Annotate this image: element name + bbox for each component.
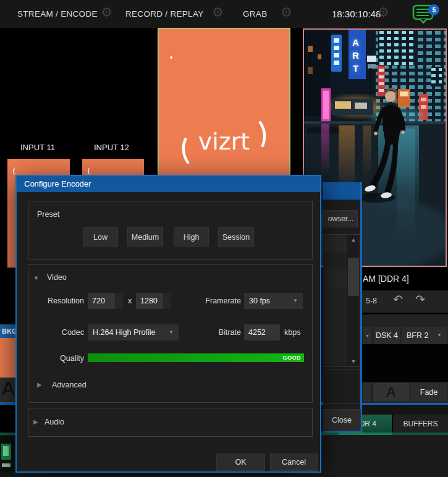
- quality-label: Quality: [30, 354, 84, 363]
- framerate-value: 30 fps: [249, 297, 270, 305]
- bfr2-dropdown[interactable]: BFR 2 ▼: [402, 327, 447, 344]
- art-neon-sign-text: ART: [351, 36, 360, 75]
- stream-source-label: AM [DDR 4]: [363, 274, 409, 284]
- chevron-down-icon: ▼: [365, 334, 370, 338]
- background-window: owser... ▲ ▼ Close: [323, 182, 362, 433]
- connection-list: ▲ ▼: [323, 234, 360, 367]
- preset-low-label: Low: [93, 233, 108, 242]
- dsk4-button[interactable]: DSK 4: [374, 327, 400, 344]
- configure-encoder-dialog: Configure Encoder Preset Low Medium High…: [15, 175, 321, 473]
- background-window-right-border: [360, 182, 362, 433]
- framerate-dropdown[interactable]: 30 fps ▼: [244, 293, 303, 309]
- delegate-label: 5-8: [366, 297, 377, 305]
- scroll-up-icon[interactable]: ▲: [347, 235, 360, 244]
- advanced-header[interactable]: Advanced: [52, 381, 87, 389]
- dsk4-label: DSK 4: [376, 331, 398, 340]
- bitrate-unit: kbps: [284, 328, 300, 337]
- media-thumbnail-fragment[interactable]: [0, 436, 15, 477]
- scrollbar[interactable]: ▲ ▼: [347, 235, 360, 366]
- advanced-collapse-icon[interactable]: ▶: [37, 382, 42, 388]
- spacer: [362, 405, 448, 415]
- fade-button[interactable]: Fade: [410, 383, 447, 402]
- bitrate-input[interactable]: 4252: [244, 324, 280, 340]
- fade-label: Fade: [420, 388, 438, 397]
- scrollbar-thumb[interactable]: [348, 258, 359, 296]
- resolution-height-stepper[interactable]: [163, 293, 171, 309]
- stream-label-bar: AM [DDR 4]: [362, 267, 448, 290]
- preset-group: Preset Low Medium High Session: [28, 201, 313, 260]
- scroll-down-icon[interactable]: ▼: [347, 357, 360, 366]
- audio-header[interactable]: Audio: [44, 418, 64, 426]
- app-root: { "topbar": { "tabs": [ {"label": "STREA…: [0, 0, 448, 477]
- transition-row: A Fade: [362, 382, 448, 403]
- list-item[interactable]: [324, 269, 347, 287]
- codec-dropdown[interactable]: H.264 High Profile ▼: [88, 324, 179, 340]
- vizrt-logo-text: vizrt: [179, 128, 269, 155]
- bitrate-label: Bitrate: [192, 328, 241, 337]
- quality-status: GOOD: [282, 355, 304, 361]
- vizrt-logo: vizrt: [179, 119, 269, 166]
- dialog-title: Configure Encoder: [24, 176, 91, 192]
- video-collapse-icon[interactable]: ▼: [33, 276, 39, 281]
- preset-label: Preset: [37, 210, 59, 219]
- vizrt-logo-mark: [13, 167, 18, 175]
- preset-session-label: Session: [222, 233, 250, 242]
- transition-a-letter: A: [1, 378, 15, 400]
- transition-ab-button[interactable]: A: [373, 383, 409, 402]
- resolution-height-input[interactable]: 1280: [136, 293, 163, 309]
- chevron-down-icon: ▼: [437, 333, 442, 338]
- audio-collapse-icon[interactable]: ▶: [33, 419, 38, 425]
- preview-monitor-vizrt[interactable]: vizrt: [158, 28, 290, 176]
- ok-button[interactable]: OK: [216, 454, 265, 471]
- codec-label: Codec: [30, 328, 84, 337]
- undo-icon[interactable]: ↶: [393, 293, 403, 305]
- close-button-label: Close: [332, 416, 352, 424]
- list-item[interactable]: [324, 253, 347, 269]
- preset-session-button[interactable]: Session: [218, 227, 254, 247]
- menu-stream-encode[interactable]: STREAM / ENCODE: [17, 9, 98, 19]
- menu-record-replay[interactable]: RECORD / REPLAY: [125, 9, 204, 19]
- preset-medium-label: Medium: [132, 233, 159, 242]
- close-button[interactable]: Close: [323, 409, 361, 431]
- clipped-button-fragment[interactable]: [363, 383, 371, 402]
- list-item[interactable]: [324, 235, 347, 253]
- empty-box: [323, 369, 360, 403]
- resolution-width-stepper[interactable]: [115, 293, 123, 309]
- preset-medium-button[interactable]: Medium: [127, 227, 163, 247]
- resolution-label: Resolution: [30, 297, 84, 305]
- resolution-separator: x: [128, 297, 132, 305]
- background-window-titlebar: [323, 182, 362, 200]
- clipped-dropdown-fragment[interactable]: ▼: [363, 327, 371, 344]
- bkg-row[interactable]: BKG: [0, 324, 15, 338]
- clock-settings-gear-icon[interactable]: ⚙: [378, 6, 389, 19]
- record-settings-gear-icon[interactable]: ⚙: [212, 6, 224, 19]
- dsk-row: ▼ DSK 4 BFR 2 ▼: [362, 314, 448, 344]
- top-menu-bar: STREAM / ENCODE ⚙ RECORD / REPLAY ⚙ GRAB…: [0, 0, 448, 28]
- bkg-thumbnail-fragment[interactable]: [0, 338, 15, 378]
- preset-low-button[interactable]: Low: [83, 227, 118, 247]
- input-12-label: INPUT 12: [94, 143, 129, 152]
- bfr2-label: BFR 2: [407, 331, 428, 340]
- preset-high-label: High: [184, 233, 200, 242]
- grab-settings-gear-icon[interactable]: ⚙: [281, 6, 292, 19]
- menu-grab[interactable]: GRAB: [243, 9, 267, 19]
- browser-button-clipped[interactable]: owser...: [323, 210, 358, 227]
- notification-badge-count: 5: [429, 6, 439, 14]
- preview-mini-monitor[interactable]: [362, 344, 448, 382]
- bkg-label: BKG: [0, 327, 17, 335]
- redo-icon[interactable]: ↷: [415, 293, 425, 305]
- video-header[interactable]: Video: [47, 273, 67, 282]
- preset-high-button[interactable]: High: [174, 227, 209, 247]
- dialog-titlebar[interactable]: Configure Encoder: [17, 176, 320, 192]
- tab-buffers[interactable]: BUFFERS: [393, 415, 448, 433]
- stream-settings-gear-icon[interactable]: ⚙: [101, 6, 112, 19]
- list-item[interactable]: [324, 287, 347, 365]
- resolution-width-input[interactable]: 720: [88, 293, 115, 309]
- logo-dot: [170, 56, 172, 59]
- transition-icon-fragment[interactable]: A: [0, 378, 15, 402]
- browser-button-label: owser...: [328, 214, 353, 223]
- delegate-row: 5-8 ↶ ↷: [362, 290, 448, 313]
- cancel-button[interactable]: Cancel: [270, 454, 318, 471]
- tab-buffers-label: BUFFERS: [403, 420, 437, 428]
- chevron-down-icon: ▼: [169, 330, 174, 335]
